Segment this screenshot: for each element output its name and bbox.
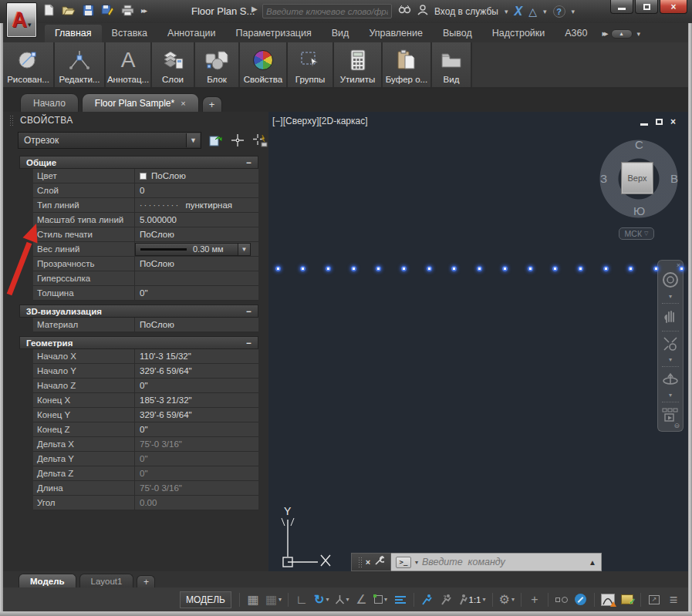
property-row[interactable]: Гиперссылка xyxy=(33,271,258,286)
layout-tab-модель[interactable]: Модель xyxy=(19,574,76,587)
navigation-bar[interactable]: × ▾ ▾ ▾ ⊖ xyxy=(657,260,684,432)
panel-annotate[interactable]: A Аннотац... xyxy=(106,42,152,87)
model-space-button[interactable]: МОДЕЛЬ xyxy=(180,591,231,608)
section-collapse-icon[interactable]: − xyxy=(246,338,251,348)
command-grip-icon[interactable] xyxy=(358,557,362,567)
chevron-down-icon[interactable]: ▾ xyxy=(669,394,672,397)
section-collapse-icon[interactable]: − xyxy=(246,158,251,167)
property-value[interactable]: ПоСлою xyxy=(135,169,258,183)
app-menu-button[interactable]: A ▾ xyxy=(6,2,37,38)
tab-надстройки[interactable]: Надстройки xyxy=(482,25,555,42)
command-customize-icon[interactable] xyxy=(374,556,384,568)
chevron-down-icon[interactable]: ▾ xyxy=(637,30,641,38)
property-row[interactable]: Дельта Y0" xyxy=(33,452,258,466)
property-value[interactable]: 185'-3 21/32" xyxy=(135,393,258,407)
exchange-apps-icon[interactable]: X xyxy=(515,5,523,19)
section-header[interactable]: Общие− xyxy=(19,156,258,169)
chevron-down-icon[interactable]: ▾ xyxy=(415,559,418,566)
annotation-scale-button[interactable]: 1:1▾ xyxy=(457,591,488,608)
object-type-dropdown[interactable]: Отрезок ▼ xyxy=(18,132,201,149)
object-snap-button[interactable]: ▾ xyxy=(373,591,390,608)
viewport-restore-icon[interactable] xyxy=(656,119,663,125)
viewcube-east-label[interactable]: В xyxy=(670,172,678,185)
signin-label[interactable]: Вход в службы xyxy=(434,6,498,17)
user-icon[interactable] xyxy=(417,5,428,18)
panel-block[interactable]: Блок xyxy=(195,42,240,87)
property-value[interactable]: 329'-6 59/64" xyxy=(135,408,258,422)
fullscreen-button[interactable]: ↗ xyxy=(646,591,663,608)
palette-grip-icon[interactable] xyxy=(9,115,14,126)
file-tab[interactable]: Начало xyxy=(20,93,79,112)
property-value[interactable] xyxy=(135,271,258,285)
line-grip-dot[interactable] xyxy=(376,266,381,271)
chevron-down-icon[interactable]: ▾ xyxy=(669,295,672,298)
graphics-performance-button[interactable] xyxy=(599,591,616,608)
new-layout-button[interactable]: + xyxy=(137,575,155,587)
line-grip-dot[interactable] xyxy=(326,266,331,271)
file-tab[interactable]: Floor Plan Sample*× xyxy=(82,93,199,112)
property-value[interactable]: 0.00 xyxy=(135,496,258,510)
object-snap-tracking-button[interactable]: ∠ xyxy=(353,591,370,608)
clean-screen-button[interactable] xyxy=(572,591,589,608)
qat-expand-icon[interactable]: ▸▸ xyxy=(141,6,146,15)
chevron-down-icon[interactable]: ▼ xyxy=(238,244,250,255)
line-grip-dot[interactable] xyxy=(653,266,659,271)
viewport-close-icon[interactable]: × xyxy=(670,116,676,127)
navigation-wheel-icon[interactable] xyxy=(662,271,679,291)
close-tab-icon[interactable]: × xyxy=(181,99,185,108)
property-row[interactable]: Угол0.00 xyxy=(33,496,258,510)
panel-clipboard[interactable]: Буфер о... xyxy=(383,42,432,87)
select-objects-button[interactable] xyxy=(229,133,246,148)
tab-аннотации[interactable]: Аннотации xyxy=(157,25,225,42)
property-value[interactable]: 0" xyxy=(135,286,258,300)
line-grip-dot[interactable] xyxy=(401,266,407,271)
line-grip-dot[interactable] xyxy=(275,266,281,271)
tab-a360[interactable]: A360 xyxy=(555,25,597,42)
property-row[interactable]: Вес линий0.30 мм▼ xyxy=(33,242,258,257)
save-icon[interactable] xyxy=(83,5,94,16)
snap-mode-button[interactable]: ▦ xyxy=(245,591,262,608)
property-value[interactable]: 0.30 мм▼ xyxy=(135,242,258,256)
tab-параметризация[interactable]: Параметризация xyxy=(226,25,322,42)
property-value[interactable]: 75'-0 3/16" xyxy=(135,437,258,451)
property-row[interactable]: Начало Z0" xyxy=(33,379,258,393)
line-grip-dot[interactable] xyxy=(679,266,684,271)
panel-utilities[interactable]: Утилиты xyxy=(334,42,383,87)
property-value[interactable]: 0" xyxy=(135,422,258,436)
chevron-down-icon[interactable]: ▾ xyxy=(505,8,508,15)
property-row[interactable]: Дельта X75'-0 3/16" xyxy=(33,437,258,452)
drawing-canvas[interactable]: [−][Сверху][2D-каркас] × С З В Ю Верх МС… xyxy=(268,112,688,571)
section-header[interactable]: Геометрия− xyxy=(19,336,258,349)
viewcube-south-label[interactable]: Ю xyxy=(633,204,645,217)
line-grip-dot[interactable] xyxy=(552,266,558,271)
new-drawing-tab-button[interactable]: + xyxy=(202,96,222,112)
tab-вывод[interactable]: Вывод xyxy=(433,25,482,42)
property-row[interactable]: Длина75'-0 3/16" xyxy=(33,481,258,496)
lineweight-button[interactable] xyxy=(392,591,409,608)
line-grip-dot[interactable] xyxy=(451,266,457,271)
grid-display-button[interactable]: ▦▾ xyxy=(264,591,283,608)
property-row[interactable]: Дельта Z0" xyxy=(33,466,258,481)
command-close-icon[interactable]: × xyxy=(366,557,370,567)
property-row[interactable]: Начало Y329'-6 59/64" xyxy=(33,364,258,379)
pan-icon[interactable] xyxy=(663,308,678,326)
open-file-icon[interactable] xyxy=(62,5,76,16)
property-value[interactable]: 329'-6 59/64" xyxy=(135,364,258,378)
new-file-icon[interactable] xyxy=(43,4,55,16)
chevron-down-icon[interactable]: ▼ xyxy=(186,133,200,147)
line-grip-dot[interactable] xyxy=(628,266,633,271)
property-row[interactable]: Начало X110'-3 15/32" xyxy=(33,349,258,364)
workspace-button[interactable]: ⚙▾ xyxy=(498,591,516,608)
viewport-controls-label[interactable]: [−][Сверху][2D-каркас] xyxy=(272,116,368,126)
tab-overflow-icon[interactable]: ▸▸ xyxy=(602,29,606,39)
command-input[interactable] xyxy=(422,557,585,567)
plot-icon[interactable] xyxy=(121,5,134,16)
search-icon[interactable] xyxy=(398,5,411,18)
help-icon[interactable]: ? xyxy=(553,5,565,18)
tab-вставка[interactable]: Вставка xyxy=(102,25,157,42)
title-flyout-icon[interactable]: ▶ xyxy=(251,5,258,13)
property-row[interactable]: МатериалПоСлою xyxy=(33,318,258,332)
quick-select-button[interactable] xyxy=(251,133,268,148)
property-value[interactable]: ·········пунктирная xyxy=(135,198,258,212)
panel-draw[interactable]: Рисован... xyxy=(3,42,55,87)
